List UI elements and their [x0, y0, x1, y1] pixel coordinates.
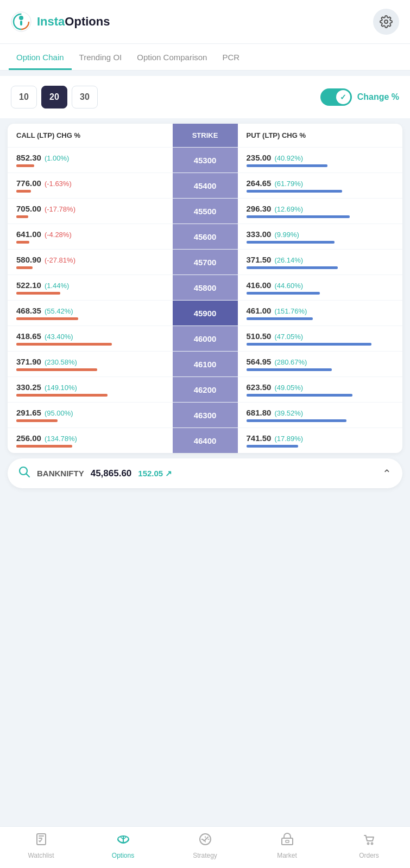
strike-cell: 46400 — [173, 428, 238, 453]
put-cell: 564.95 (280.67%) — [238, 352, 403, 376]
options-label: Options — [112, 852, 134, 859]
table-row[interactable]: 580.90 (-27.81%) 45700 371.50 (26.14%) — [8, 249, 402, 275]
count-20-button[interactable]: 20 — [41, 86, 67, 108]
put-cell: 681.80 (39.52%) — [238, 403, 403, 427]
nav-options[interactable]: Options — [102, 832, 145, 859]
put-ltp: 461.00 — [247, 306, 272, 315]
put-bar-container — [247, 241, 394, 244]
count-10-button[interactable]: 10 — [11, 86, 37, 108]
call-chg: (149.10%) — [45, 384, 77, 392]
put-bar-container — [247, 368, 394, 371]
market-icon — [280, 832, 294, 850]
strike-cell: 45900 — [173, 301, 238, 326]
table-row[interactable]: 468.35 (55.42%) 45900 461.00 (151.76%) — [8, 300, 402, 326]
table-row[interactable]: 291.65 (95.00%) 46300 681.80 (39.52%) — [8, 402, 402, 427]
put-bar-container — [247, 445, 394, 448]
call-bar — [16, 394, 108, 397]
change-percent-toggle[interactable]: ✓ — [320, 88, 352, 106]
bottom-ticker[interactable]: BANKNIFTY 45,865.60 152.05 ↗ ⌃ — [8, 458, 402, 488]
table-row[interactable]: 256.00 (134.78%) 46400 741.50 (17.89%) — [8, 427, 402, 453]
table-row[interactable]: 522.10 (1.44%) 45800 416.00 (44.60%) — [8, 275, 402, 300]
strike-cell: 45700 — [173, 250, 238, 275]
put-bar-container — [247, 317, 394, 320]
call-ltp: 468.35 — [16, 306, 41, 315]
put-ltp: 296.30 — [247, 204, 272, 213]
table-row[interactable]: 852.30 (1.00%) 45300 235.00 (40.92%) — [8, 147, 402, 173]
logo-area: InstaOptions — [11, 11, 110, 32]
call-chg: (-17.78%) — [45, 205, 75, 213]
put-ltp: 264.65 — [247, 178, 272, 188]
put-chg: (40.92%) — [274, 154, 303, 162]
nav-orders[interactable]: Orders — [348, 832, 391, 859]
watchlist-label: Watchlist — [28, 852, 54, 859]
table-row[interactable]: 776.00 (-1.63%) 45400 264.65 (61.79%) — [8, 173, 402, 198]
call-ltp: 852.30 — [16, 153, 41, 162]
nav-strategy[interactable]: Strategy — [184, 832, 227, 859]
put-column-header: PUT (LTP) CHG % — [238, 124, 403, 147]
chevron-up-icon[interactable]: ⌃ — [382, 467, 392, 480]
put-chg: (39.52%) — [274, 409, 303, 417]
toggle-thumb: ✓ — [336, 90, 350, 104]
call-ltp: 522.10 — [16, 280, 41, 290]
call-ltp: 291.65 — [16, 408, 41, 417]
call-bar-container — [16, 445, 164, 448]
toggle-area: ✓ Change % — [320, 88, 399, 106]
strategy-icon — [198, 832, 212, 850]
settings-button[interactable] — [373, 9, 399, 35]
call-chg: (-4.28%) — [45, 231, 72, 239]
call-chg: (43.40%) — [45, 333, 73, 341]
put-bar — [247, 419, 347, 422]
strike-cell: 45400 — [173, 173, 238, 198]
nav-watchlist[interactable]: Watchlist — [20, 832, 63, 859]
call-chg: (134.78%) — [45, 435, 77, 443]
call-cell: 852.30 (1.00%) — [8, 148, 173, 173]
put-chg: (26.14%) — [274, 256, 303, 264]
put-cell: 264.65 (61.79%) — [238, 173, 403, 198]
call-chg: (1.00%) — [45, 154, 70, 162]
strike-cell: 45800 — [173, 275, 238, 300]
call-bar-container — [16, 241, 164, 244]
toggle-check-icon: ✓ — [340, 93, 346, 101]
put-cell: 416.00 (44.60%) — [238, 275, 403, 300]
put-cell: 371.50 (26.14%) — [238, 250, 403, 275]
orders-icon — [362, 832, 376, 850]
call-bar-container — [16, 215, 164, 218]
call-cell: 371.90 (230.58%) — [8, 352, 173, 376]
strike-cell: 46000 — [173, 326, 238, 351]
table-row[interactable]: 641.00 (-4.28%) 45600 333.00 (9.99%) — [8, 224, 402, 249]
put-bar — [247, 368, 332, 371]
call-cell: 291.65 (95.00%) — [8, 403, 173, 427]
put-bar — [247, 445, 298, 448]
options-icon — [116, 832, 130, 850]
call-column-header: CALL (LTP) CHG % — [8, 124, 173, 147]
call-bar — [16, 317, 78, 320]
tab-option-comparison[interactable]: Option Comparison — [129, 44, 215, 70]
orders-label: Orders — [359, 852, 379, 859]
strike-cell: 45300 — [173, 148, 238, 173]
table-row[interactable]: 330.25 (149.10%) 46200 623.50 (49.05%) — [8, 376, 402, 402]
count-30-button[interactable]: 30 — [72, 86, 98, 108]
watchlist-icon — [34, 832, 48, 850]
tab-pcr[interactable]: PCR — [215, 44, 247, 70]
put-bar — [247, 317, 313, 320]
ticker-left: BANKNIFTY 45,865.60 152.05 ↗ — [18, 466, 172, 481]
svg-point-14 — [371, 843, 373, 845]
put-cell: 510.50 (47.05%) — [238, 326, 403, 351]
table-row[interactable]: 418.65 (43.40%) 46000 510.50 (47.05%) — [8, 326, 402, 351]
svg-rect-11 — [282, 838, 293, 845]
table-row[interactable]: 371.90 (230.58%) 46100 564.95 (280.67%) — [8, 351, 402, 376]
table-row[interactable]: 705.00 (-17.78%) 45500 296.30 (12.69%) — [8, 198, 402, 224]
call-bar-container — [16, 419, 164, 422]
put-ltp: 333.00 — [247, 229, 272, 239]
ticker-name: BANKNIFTY — [37, 469, 84, 478]
tab-trending-oi[interactable]: Trending OI — [72, 44, 130, 70]
nav-market[interactable]: Market — [266, 832, 309, 859]
option-chain-table: CALL (LTP) CHG % STRIKE PUT (LTP) CHG % … — [8, 124, 402, 453]
tab-option-chain[interactable]: Option Chain — [9, 44, 72, 70]
strike-cell: 45500 — [173, 199, 238, 224]
put-bar — [247, 190, 342, 193]
call-cell: 330.25 (149.10%) — [8, 377, 173, 402]
call-cell: 705.00 (-17.78%) — [8, 199, 173, 224]
put-cell: 461.00 (151.76%) — [238, 301, 403, 326]
put-ltp: 416.00 — [247, 280, 272, 290]
